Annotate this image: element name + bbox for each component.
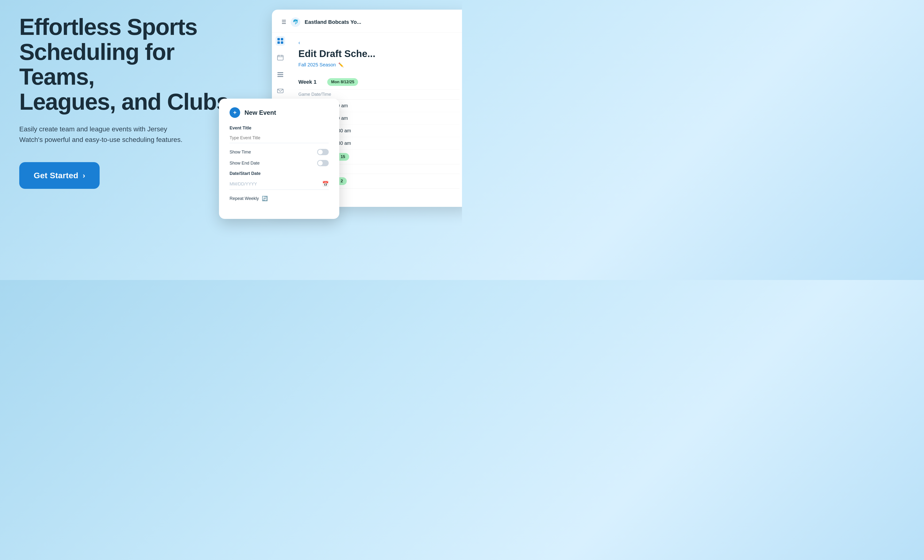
- show-end-date-toggle[interactable]: [317, 160, 329, 166]
- event-title-input[interactable]: [230, 133, 329, 143]
- date-field: Date/Start Date MM/DD/YYYY 📅: [230, 171, 329, 190]
- repeat-weekly-row: Repeat Weekly 🔄: [230, 196, 329, 201]
- panel-header: ☰ 🐬 Eastland Bobcats Yo...: [272, 10, 462, 33]
- hero-section: Effortless Sports Scheduling for Teams, …: [19, 15, 236, 189]
- filter-icon: ☰: [282, 19, 286, 25]
- date-placeholder: MM/DD/YYYY: [230, 182, 320, 187]
- new-event-header: + New Event: [230, 107, 329, 118]
- svg-rect-10: [278, 72, 283, 73]
- show-time-toggle[interactable]: [317, 149, 329, 155]
- new-event-title: New Event: [244, 109, 276, 117]
- add-event-icon: +: [230, 107, 240, 118]
- nav-list-icon[interactable]: [276, 70, 285, 79]
- show-time-toggle-row: Show Time: [230, 149, 329, 155]
- show-time-label: Show Time: [230, 150, 251, 155]
- svg-rect-2: [278, 38, 280, 40]
- svg-rect-6: [278, 55, 283, 60]
- org-name: Eastland Bobcats Yo...: [304, 19, 460, 25]
- svg-rect-12: [278, 76, 283, 77]
- repeat-icon: 🔄: [262, 196, 268, 201]
- chevron-right-icon: ›: [82, 171, 85, 180]
- event-title-label: Event Title: [230, 126, 329, 130]
- week1-header: Week 1 Mon 8/12/25: [298, 75, 460, 90]
- season-label: Fall 2025 Season ✏️: [298, 62, 460, 67]
- svg-rect-5: [281, 41, 283, 44]
- new-event-panel: + New Event Event Title Show Time Show E…: [219, 99, 339, 219]
- nav-dashboard-icon[interactable]: [276, 36, 285, 46]
- svg-rect-11: [278, 74, 283, 75]
- side-nav: [272, 31, 289, 101]
- date-label: Date/Start Date: [230, 171, 329, 176]
- date-input-row: MM/DD/YYYY 📅: [230, 178, 329, 190]
- hero-subtext: Easily create team and league events wit…: [19, 124, 183, 145]
- repeat-weekly-label: Repeat Weekly: [230, 196, 259, 201]
- event-title-field: Event Title: [230, 126, 329, 143]
- svg-rect-4: [278, 41, 280, 44]
- calendar-icon[interactable]: 📅: [322, 181, 329, 187]
- hero-headline: Effortless Sports Scheduling for Teams, …: [19, 15, 236, 114]
- svg-rect-3: [281, 38, 283, 40]
- right-panels-area: ☰ 🐬 Eastland Bobcats Yo...: [221, 0, 462, 280]
- nav-message-icon[interactable]: [276, 87, 285, 96]
- back-button[interactable]: ‹: [298, 40, 460, 46]
- show-end-date-toggle-row: Show End Date: [230, 160, 329, 166]
- svg-text:🐬: 🐬: [292, 19, 298, 25]
- col-header-game-datetime: Game Date/Time: [298, 90, 460, 100]
- edit-pencil-icon[interactable]: ✏️: [338, 62, 344, 67]
- edit-draft-title: Edit Draft Sche...: [298, 48, 460, 59]
- nav-calendar-icon[interactable]: [276, 53, 285, 63]
- get-started-button[interactable]: Get Started ›: [19, 162, 100, 189]
- org-logo: 🐬: [290, 17, 301, 27]
- show-end-date-label: Show End Date: [230, 161, 260, 166]
